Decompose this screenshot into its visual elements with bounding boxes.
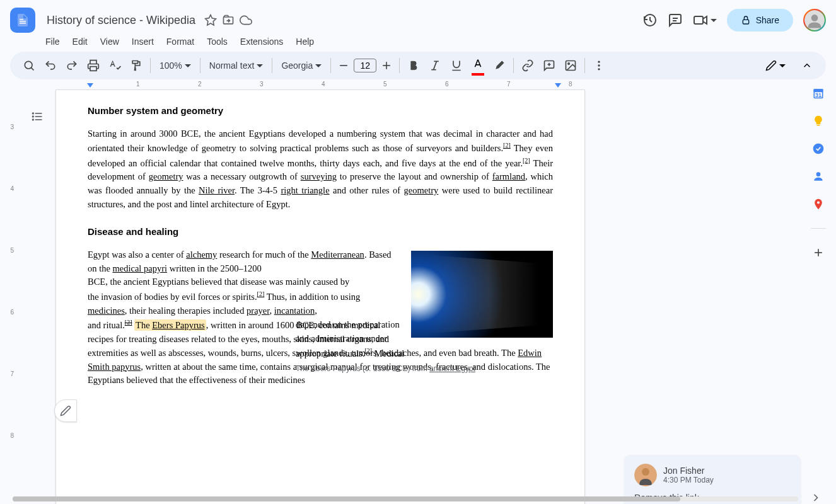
zoom-select[interactable]: 100% [154, 58, 196, 73]
comment-author: Jon Fisher [663, 466, 714, 476]
decrease-font-icon[interactable] [335, 57, 352, 74]
insert-image-icon[interactable] [560, 55, 581, 76]
side-panel: 31 [801, 79, 836, 504]
collapse-toolbar-button[interactable] [797, 55, 817, 76]
svg-point-23 [33, 113, 34, 114]
outline-toggle-button[interactable] [28, 107, 47, 126]
svg-point-17 [598, 61, 600, 63]
chevron-down-icon [315, 62, 322, 69]
svg-point-18 [598, 64, 600, 66]
contacts-icon[interactable] [812, 170, 825, 183]
svg-point-30 [813, 144, 824, 154]
svg-point-31 [816, 172, 821, 176]
highlight-icon[interactable] [489, 55, 509, 76]
share-button[interactable]: Share [727, 9, 793, 32]
underline-icon[interactable] [446, 55, 467, 76]
paragraph-1: Starting in around 3000 BCE, the ancient… [88, 127, 553, 212]
workspace: 3 4 5 6 7 8 1 2 3 4 5 6 7 8 Number syste… [0, 79, 836, 504]
svg-rect-3 [694, 16, 703, 24]
horizontal-ruler: 1 2 3 4 5 6 7 8 [55, 79, 585, 89]
comments-icon[interactable] [668, 13, 683, 28]
title-area: History of science - Wikipedia [43, 13, 635, 28]
keep-icon[interactable] [812, 115, 825, 127]
svg-rect-29 [817, 125, 820, 126]
document-content[interactable]: Number system and geometry Starting in a… [88, 90, 553, 374]
menu-bar: File Edit View Insert Format Tools Exten… [0, 35, 836, 52]
text-color-icon[interactable] [468, 54, 488, 77]
svg-line-12 [434, 61, 437, 69]
heading-disease: Disease and healing [88, 225, 553, 239]
menu-help[interactable]: Help [296, 35, 314, 48]
vertical-ruler: 3 4 5 6 7 8 [0, 79, 19, 504]
search-icon[interactable] [19, 55, 39, 76]
tasks-icon[interactable] [812, 142, 825, 155]
side-panel-toggle[interactable] [810, 491, 825, 504]
document-title[interactable]: History of science - Wikipedia [43, 13, 199, 28]
embedded-image[interactable] [411, 251, 553, 338]
menu-view[interactable]: View [100, 35, 119, 48]
chevron-down-icon [185, 62, 191, 69]
print-icon[interactable] [83, 55, 103, 76]
more-icon[interactable] [589, 55, 609, 76]
toolbar: 100% Normal text Georgia 12 [10, 52, 826, 79]
image-figure [411, 251, 553, 338]
comment-avatar [634, 464, 657, 486]
insert-link-icon[interactable] [518, 55, 538, 76]
italic-icon[interactable] [425, 55, 445, 76]
highlighted-text: The Ebers Papyrus [134, 319, 206, 331]
svg-rect-4 [743, 20, 748, 24]
svg-rect-6 [90, 67, 96, 71]
history-icon[interactable] [642, 13, 658, 28]
redo-icon[interactable] [62, 55, 82, 76]
document-page[interactable]: Number system and geometry Starting in a… [55, 89, 585, 504]
menu-edit[interactable]: Edit [73, 35, 88, 48]
calendar-icon[interactable]: 31 [812, 87, 825, 100]
add-addon-icon[interactable] [812, 246, 825, 259]
add-comment-icon[interactable] [539, 55, 559, 76]
font-select[interactable]: Georgia [276, 58, 327, 73]
undo-icon[interactable] [40, 55, 61, 76]
header-right: Share [642, 9, 826, 32]
page-area: 1 2 3 4 5 6 7 8 Number system and geomet… [19, 79, 801, 504]
svg-point-16 [568, 63, 570, 65]
comment-timestamp: 4:30 PM Today [663, 476, 714, 484]
increase-font-icon[interactable] [378, 57, 395, 74]
share-label: Share [756, 15, 779, 25]
svg-point-5 [25, 61, 32, 69]
scrollbar-thumb[interactable] [13, 496, 680, 501]
svg-point-19 [598, 68, 600, 70]
chevron-down-icon [257, 62, 263, 69]
chevron-down-icon [779, 62, 786, 69]
paint-format-icon[interactable] [126, 55, 146, 76]
editing-mode-button[interactable] [759, 56, 792, 75]
spellcheck-icon[interactable] [105, 55, 125, 76]
style-select[interactable]: Normal text [204, 58, 269, 73]
cloud-status-icon[interactable] [240, 14, 252, 26]
header: History of science - Wikipedia Share [0, 0, 836, 35]
explore-button[interactable] [54, 399, 77, 422]
account-avatar[interactable] [803, 9, 826, 32]
svg-point-32 [817, 201, 820, 203]
svg-point-24 [33, 116, 34, 117]
maps-icon[interactable] [812, 198, 825, 210]
bold-icon[interactable] [403, 55, 424, 76]
menu-tools[interactable]: Tools [207, 35, 228, 48]
menu-insert[interactable]: Insert [132, 35, 154, 48]
menu-extensions[interactable]: Extensions [240, 35, 283, 48]
horizontal-scrollbar[interactable] [13, 496, 798, 501]
menu-format[interactable]: Format [166, 35, 194, 48]
docs-logo[interactable] [10, 8, 35, 33]
meet-button[interactable] [693, 13, 717, 28]
svg-point-25 [33, 119, 34, 120]
heading-number-system: Number system and geometry [88, 104, 553, 118]
menu-file[interactable]: File [45, 35, 60, 48]
move-icon[interactable] [222, 14, 235, 26]
font-size-input[interactable]: 12 [354, 59, 376, 72]
star-icon[interactable] [204, 14, 217, 26]
